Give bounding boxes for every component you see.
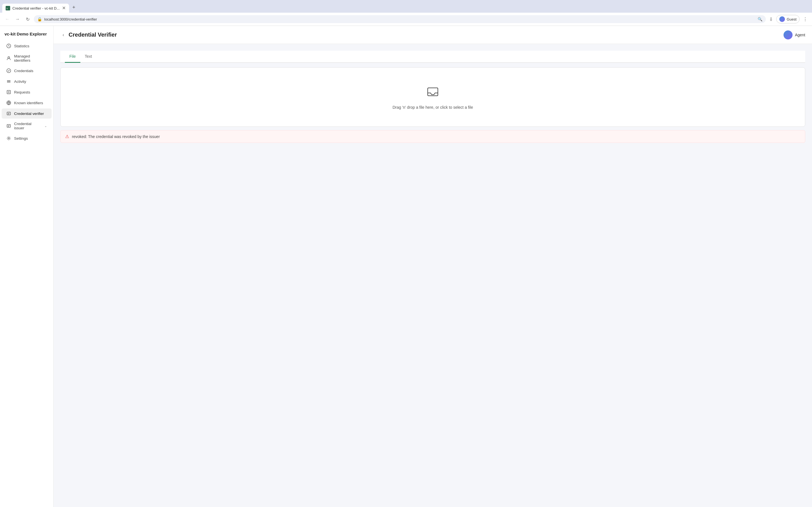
- browser-toolbar: ← → ↻ 🔒 localhost:3000/credential-verifi…: [0, 13, 812, 26]
- address-bar[interactable]: 🔒 localhost:3000/credential-verifier 🔍: [34, 15, 766, 23]
- reload-button[interactable]: ↻: [24, 15, 32, 23]
- credentials-icon: [6, 68, 11, 73]
- credential-verifier-icon: [6, 111, 11, 116]
- sidebar-nav: Statistics Managed identifiers: [0, 41, 53, 507]
- svg-text:v: v: [6, 7, 8, 10]
- sidebar-item-label-managed-identifiers: Managed identifiers: [14, 54, 47, 62]
- file-drop-zone[interactable]: Drag 'n' drop a file here, or click to s…: [60, 67, 805, 127]
- sidebar-item-settings[interactable]: Settings: [2, 133, 52, 144]
- browser-toolbar-right: ⇩ Guest ⋮: [768, 15, 809, 23]
- sidebar-item-label-credential-verifier: Credential verifier: [14, 112, 44, 116]
- agent-label: Agent: [795, 33, 805, 37]
- main-content: ‹ Credential Verifier Agent File Text: [54, 26, 812, 507]
- browser-tab-active[interactable]: v Credential verifier - vc-kit D... ✕: [2, 4, 69, 13]
- browser-tabs: v Credential verifier - vc-kit D... ✕ +: [2, 2, 810, 13]
- app-brand: vc-kit Demo Explorer: [0, 29, 53, 41]
- agent-avatar: [783, 31, 793, 40]
- svg-rect-12: [7, 112, 10, 115]
- sidebar-item-activity[interactable]: Activity: [2, 76, 52, 87]
- error-icon: ⚠: [65, 134, 69, 139]
- new-tab-button[interactable]: +: [70, 2, 78, 13]
- lock-icon: 🔒: [37, 17, 42, 21]
- sidebar-item-credentials[interactable]: Credentials: [2, 66, 52, 76]
- sidebar-item-label-settings: Settings: [14, 136, 28, 140]
- browser-chrome: v Credential verifier - vc-kit D... ✕ +: [0, 0, 812, 13]
- download-button[interactable]: ⇩: [768, 15, 774, 23]
- requests-icon: [6, 90, 11, 95]
- address-text: localhost:3000/credential-verifier: [44, 17, 755, 21]
- profile-button[interactable]: Guest: [776, 15, 800, 23]
- error-message-banner: ⚠ revoked: The credential was revoked by…: [60, 130, 805, 143]
- profile-label: Guest: [786, 17, 797, 21]
- tab-close-button[interactable]: ✕: [62, 6, 66, 10]
- sidebar-item-label-credentials: Credentials: [14, 69, 33, 73]
- svg-point-3: [8, 57, 10, 58]
- drop-zone-label: Drag 'n' drop a file here, or click to s…: [393, 105, 473, 110]
- content-area: File Text Drag 'n' drop a file here, or …: [54, 44, 812, 150]
- error-text: revoked: The credential was revoked by t…: [72, 134, 160, 139]
- svg-point-18: [8, 138, 10, 139]
- forward-button[interactable]: →: [13, 15, 21, 23]
- sidebar-item-label-requests: Requests: [14, 90, 30, 94]
- activity-icon: [6, 79, 11, 84]
- back-button[interactable]: ←: [3, 15, 11, 23]
- sidebar-item-label-activity: Activity: [14, 79, 26, 83]
- sidebar-item-managed-identifiers[interactable]: Managed identifiers: [2, 52, 52, 65]
- page-title: Credential Verifier: [68, 26, 117, 44]
- statistics-icon: [6, 43, 11, 48]
- svg-rect-15: [7, 124, 10, 127]
- tab-file[interactable]: File: [65, 51, 80, 63]
- sidebar-item-known-identifiers[interactable]: Known identifiers: [2, 98, 52, 108]
- managed-identifiers-icon: [6, 56, 11, 61]
- sidebar-item-credential-issuer[interactable]: Credential issuer ⌄: [2, 119, 52, 133]
- sidebar-item-statistics[interactable]: Statistics: [2, 41, 52, 51]
- sidebar-item-label-statistics: Statistics: [14, 44, 29, 48]
- credential-issuer-icon: [6, 123, 11, 128]
- sidebar-item-label-credential-issuer: Credential issuer: [14, 122, 42, 130]
- sidebar-item-requests[interactable]: Requests: [2, 87, 52, 97]
- collapse-sidebar-button[interactable]: ‹: [60, 30, 66, 40]
- app-container: vc-kit Demo Explorer Statistics: [0, 26, 812, 507]
- profile-avatar: [779, 16, 785, 22]
- tab-text[interactable]: Text: [80, 51, 97, 63]
- sidebar: vc-kit Demo Explorer Statistics: [0, 26, 54, 507]
- svg-rect-8: [7, 91, 10, 94]
- tab-favicon: v: [6, 6, 10, 10]
- chevron-down-icon: ⌄: [44, 124, 47, 128]
- tab-title: Credential verifier - vc-kit D...: [12, 6, 60, 10]
- inbox-icon: [426, 84, 440, 101]
- known-identifiers-icon: [6, 100, 11, 105]
- tab-bar: File Text: [60, 51, 805, 63]
- menu-button[interactable]: ⋮: [802, 15, 809, 23]
- sidebar-item-credential-verifier[interactable]: Credential verifier: [2, 108, 52, 119]
- search-icon: 🔍: [758, 17, 762, 21]
- sidebar-item-label-known-identifiers: Known identifiers: [14, 101, 43, 105]
- main-header: ‹ Credential Verifier Agent: [54, 26, 812, 44]
- settings-icon: [6, 136, 11, 141]
